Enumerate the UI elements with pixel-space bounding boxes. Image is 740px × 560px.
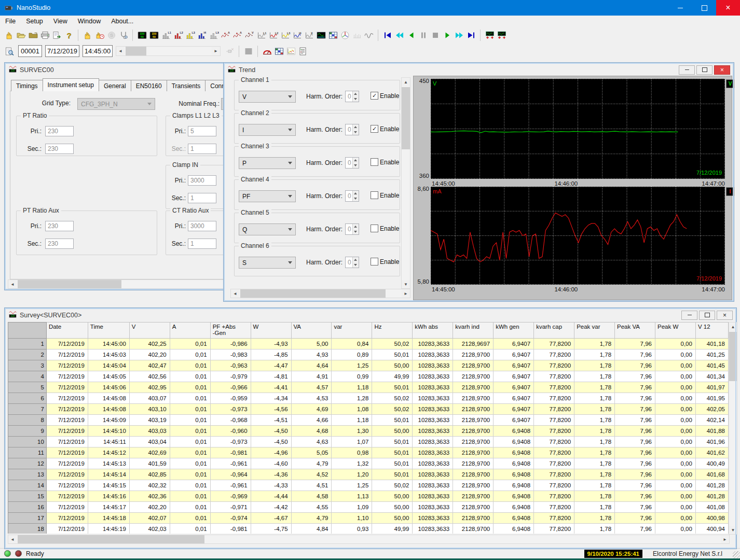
survey-vscroll-thumb[interactable] <box>729 332 737 381</box>
row-number-cell[interactable]: 3 <box>8 360 47 371</box>
survey-scroll-left-button[interactable]: ◄ <box>8 535 17 543</box>
channel-enable-checkbox[interactable]: ✓ <box>371 125 378 133</box>
close-file-icon[interactable] <box>27 29 39 41</box>
channel-select[interactable]: I <box>239 124 296 136</box>
tab-en50160[interactable]: EN50160 <box>131 80 167 91</box>
row-number-cell[interactable]: 17 <box>8 513 47 524</box>
survey-hscroll-thumb[interactable] <box>18 535 204 543</box>
survec-scroll-left-button[interactable]: ◄ <box>8 280 17 288</box>
row-number-cell[interactable]: 13 <box>8 469 47 480</box>
maximize-button[interactable] <box>692 0 716 16</box>
diagnostics-icon[interactable] <box>117 29 129 41</box>
record-scrollbar[interactable]: ◄ ► <box>116 46 221 56</box>
harm-order-spinner[interactable]: 0 <box>345 257 359 268</box>
menu-item-about[interactable]: About... <box>106 16 139 26</box>
channel-enable-checkbox[interactable] <box>371 191 378 199</box>
waveform-i4-icon[interactable]: I4 <box>291 29 303 41</box>
row-number-cell[interactable]: 14 <box>8 480 47 491</box>
tab-instrumentsetup[interactable]: Instrument setup <box>43 78 99 91</box>
row-number-cell[interactable]: 15 <box>8 491 47 502</box>
spin-down-icon[interactable] <box>353 130 359 135</box>
lcd-hold-icon[interactable]: 22050 <box>148 29 160 41</box>
survey-maximize-button[interactable] <box>699 311 715 320</box>
ratio-input[interactable]: 3000 <box>188 221 216 231</box>
harmonics-off-icon[interactable] <box>351 29 363 41</box>
spin-up-icon[interactable] <box>353 91 359 96</box>
menu-item-view[interactable]: View <box>48 16 73 26</box>
play-icon[interactable] <box>441 29 453 41</box>
survey-close-button[interactable]: × <box>717 311 733 320</box>
waveform-l2-icon[interactable]: L2 <box>267 29 279 41</box>
record-time-field[interactable]: 14:45:00 <box>83 45 113 57</box>
record-date-field[interactable]: 7/12/2019 <box>45 45 79 57</box>
channel-enable-checkbox[interactable] <box>371 158 378 166</box>
harm-order-spinner[interactable]: 0 <box>345 157 359 169</box>
ratio-input[interactable]: 230 <box>45 221 74 231</box>
channels-scroll-left-button[interactable]: ◄ <box>231 289 239 298</box>
survec-hscroll-thumb[interactable] <box>18 280 121 288</box>
channel-enable-checkbox[interactable] <box>371 258 378 265</box>
survey-title-bar[interactable]: 220 Survey<SURVEC00> × <box>6 310 735 320</box>
spin-up-icon[interactable] <box>353 257 359 262</box>
spin-down-icon[interactable] <box>353 163 359 168</box>
channel-enable-checkbox[interactable]: ✓ <box>371 92 378 100</box>
channel-select[interactable]: PF <box>239 190 296 202</box>
spin-down-icon[interactable] <box>353 262 359 268</box>
row-number-cell[interactable]: 16 <box>8 502 47 513</box>
close-button[interactable]: × <box>716 0 740 16</box>
menu-item-window[interactable]: Window <box>73 16 106 26</box>
survey-hscroll-track[interactable] <box>17 535 721 543</box>
measures-table-icon[interactable] <box>273 45 285 58</box>
next-event-icon[interactable] <box>496 29 508 41</box>
row-number-cell[interactable]: 1 <box>8 339 47 349</box>
channels-hscrollbar[interactable]: ◄ ► <box>230 289 410 298</box>
channel-select[interactable]: Q <box>239 223 296 235</box>
data-table-icon[interactable] <box>327 29 339 41</box>
row-number-cell[interactable]: 8 <box>8 415 47 426</box>
resize-grip[interactable] <box>733 551 740 558</box>
survey-hscrollbar[interactable]: ◄ ► <box>8 535 730 544</box>
channel-select[interactable]: P <box>239 157 296 169</box>
browse-record-icon[interactable] <box>3 45 15 58</box>
pause-icon[interactable] <box>417 29 429 41</box>
fast-forward-icon[interactable] <box>453 29 465 41</box>
oscilloscope-icon[interactable] <box>315 29 327 41</box>
harm-order-spinner[interactable]: 0 <box>345 91 359 102</box>
row-number-cell[interactable]: 11 <box>8 447 47 458</box>
lcd-live-icon[interactable]: 22050 <box>136 29 148 41</box>
record-number-field[interactable]: 00001 <box>18 45 42 57</box>
harm-order-spinner[interactable]: 0 <box>345 124 359 135</box>
ratio-input[interactable]: 1 <box>188 193 216 203</box>
row-number-cell[interactable]: 4 <box>8 371 47 382</box>
tab-timings[interactable]: Timings <box>11 80 43 91</box>
grid-type-select[interactable]: CFG_3PH_N <box>77 98 155 110</box>
survey-vscroll-track[interactable] <box>729 331 737 526</box>
scroll-right-button[interactable]: ► <box>212 47 220 55</box>
spin-down-icon[interactable] <box>353 96 359 102</box>
survey-scroll-down-button[interactable]: ▼ <box>729 526 737 534</box>
step-back-icon[interactable] <box>405 29 417 41</box>
title-bar[interactable]: NanoStudio × <box>0 0 740 16</box>
waveform-l3-icon[interactable]: L3 <box>279 29 291 41</box>
histogram-l1-icon[interactable]: L1 <box>160 29 172 41</box>
ratio-input[interactable]: 230 <box>45 239 74 249</box>
row-number-cell[interactable]: 5 <box>8 382 47 393</box>
menu-item-file[interactable]: File <box>0 16 21 26</box>
survec-hscrollbar[interactable]: ◄ <box>8 279 225 289</box>
download-data-icon[interactable] <box>81 29 93 41</box>
trend-minimize-button[interactable] <box>679 65 695 75</box>
stop-acquisition-icon[interactable] <box>242 45 254 58</box>
minimize-button[interactable] <box>668 0 692 16</box>
read-instrument-icon[interactable] <box>3 29 15 41</box>
harmonics-l3-icon[interactable]: V <box>243 29 255 41</box>
harm-order-spinner[interactable]: 0 <box>345 190 359 202</box>
spin-down-icon[interactable] <box>353 196 359 201</box>
trend-title-bar[interactable]: 220 Trend × <box>225 64 732 75</box>
fast-rewind-icon[interactable] <box>393 29 405 41</box>
stop-playback-icon[interactable] <box>429 29 441 41</box>
spin-up-icon[interactable] <box>353 158 359 163</box>
scheduled-download-icon[interactable] <box>93 29 105 41</box>
survey-scroll-up-button[interactable]: ▲ <box>729 323 737 331</box>
ratio-input[interactable]: 5 <box>188 126 216 136</box>
survey-vscrollbar[interactable]: ▲ ▼ <box>729 322 737 535</box>
